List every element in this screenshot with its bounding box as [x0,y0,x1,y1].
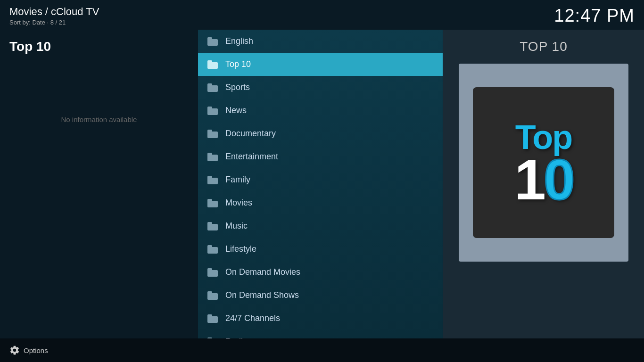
menu-item-label: Top 10 [225,59,251,69]
top10-num-text: 10 [514,154,573,205]
preview-panel: TOP 10 Top 10 [443,30,644,338]
menu-item-on-demand-shows[interactable]: On Demand Shows [198,284,443,307]
menu-item-label: Movies [225,198,252,208]
folder-icon [207,83,218,92]
header-left: Movies / cCloud TV Sort by: Date · 8 / 2… [9,6,99,26]
options-label: Options [24,346,48,354]
folder-icon [207,60,218,69]
left-panel: Top 10 No information available [0,30,198,338]
folder-icon [207,199,218,207]
app-title: Movies / cCloud TV [9,6,99,18]
menu-item-label: 24/7 Channels [225,313,280,323]
menu-item-label: Lifestyle [225,244,256,254]
menu-item-movies[interactable]: Movies [198,191,443,214]
menu-item-label: Music [225,221,248,231]
menu-item-label: English [225,36,253,46]
selected-category-title: Top 10 [9,39,189,54]
menu-item-label: Documentary [225,129,276,139]
main-content: Top 10 No information available EnglishT… [0,30,644,338]
menu-item-label: On Demand Shows [225,290,299,300]
menu-item-radio[interactable]: Radio [198,330,443,338]
folder-icon [207,107,218,115]
folder-icon [207,153,218,161]
menu-item-documentary[interactable]: Documentary [198,122,443,145]
folder-icon [207,337,218,339]
options-button[interactable]: Options [9,345,48,355]
folder-icon [207,176,218,184]
menu-item-label: On Demand Movies [225,267,300,277]
menu-item-family[interactable]: Family [198,168,443,191]
clock: 12:47 PM [554,6,635,26]
menu-panel: EnglishTop 10SportsNewsDocumentaryEntert… [198,30,443,338]
folder-icon [207,245,218,254]
folder-icon [207,291,218,300]
menu-item-entertainment[interactable]: Entertainment [198,145,443,168]
menu-item-on-demand-movies[interactable]: On Demand Movies [198,261,443,284]
sort-info: Sort by: Date · 8 / 21 [9,19,99,26]
top10-graphic: Top 10 [473,87,614,238]
folder-icon [207,314,218,323]
folder-icon [207,268,218,277]
folder-icon [207,37,218,46]
menu-item-label: Sports [225,82,250,92]
menu-item-lifestyle[interactable]: Lifestyle [198,238,443,261]
menu-item-news[interactable]: News [198,99,443,122]
menu-item-247-channels[interactable]: 24/7 Channels [198,307,443,330]
no-info-text: No information available [9,115,189,123]
menu-item-label: News [225,106,247,115]
menu-item-label: Family [225,175,250,185]
gear-icon [9,345,20,355]
menu-item-sports[interactable]: Sports [198,76,443,99]
menu-item-top10[interactable]: Top 10 [198,53,443,76]
folder-icon [207,130,218,138]
header: Movies / cCloud TV Sort by: Date · 8 / 2… [0,0,644,30]
preview-image: Top 10 [459,64,628,262]
preview-title: TOP 10 [520,39,567,54]
menu-item-english[interactable]: English [198,30,443,53]
menu-item-music[interactable]: Music [198,214,443,238]
folder-icon [207,222,218,230]
bottom-bar: Options [0,338,644,362]
menu-item-label: Entertainment [225,152,278,162]
